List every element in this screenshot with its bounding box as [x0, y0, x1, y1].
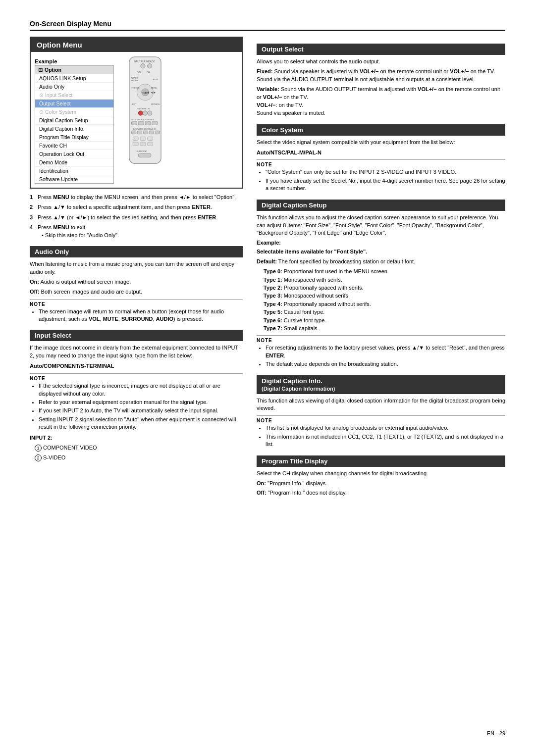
svg-text:POWER: POWER — [131, 77, 138, 79]
page-number: EN - 29 — [487, 730, 505, 736]
remote-control-image: INPUT FLASHBACK VOL CH POWER SAVING MUTE — [118, 56, 177, 184]
menu-item-output-select: Output Select — [35, 99, 113, 107]
input-note-3: If you set INPUT 2 to Auto, the TV will … — [39, 407, 243, 414]
svg-rect-0 — [129, 57, 161, 163]
svg-rect-27 — [132, 131, 136, 134]
example-label: Example — [35, 58, 114, 64]
menu-item-digital-caption-setup: Digital Caption Setup — [35, 116, 113, 124]
menu-item-favorite-ch: Favorite CH — [35, 141, 113, 150]
caption-note-1: For resetting adjustments to the factory… — [266, 344, 505, 359]
input-select-sub: Auto/COMPONENT/S-TERMINAL — [30, 362, 243, 370]
menu-item-software-update: Software Update — [35, 175, 113, 183]
input-select-body: If the image does not come in clearly fr… — [30, 344, 243, 360]
svg-rect-39 — [138, 153, 151, 157]
menu-item-operation-lock: Operation Lock Out — [35, 150, 113, 158]
svg-text:FAVORITE CH: FAVORITE CH — [137, 108, 149, 110]
svg-text:VOL: VOL — [137, 71, 142, 74]
svg-text:MENU: MENU — [151, 87, 157, 89]
steps-list: 1 Press MENU to display the MENU screen,… — [30, 194, 243, 239]
step-1: 1 Press MENU to display the MENU screen,… — [30, 194, 243, 201]
menu-item-audio-only: Audio Only — [35, 82, 113, 91]
svg-text:SLEEP AUDIO A/NOISE A/C CC: SLEEP AUDIO A/NOISE A/C CC — [133, 128, 156, 130]
type-0: Type 0: Proportional font used in the ME… — [264, 268, 505, 275]
option-menu-title: Option Menu — [31, 38, 242, 52]
step-3: 3 Press ▲/▼ (or ◄/►) to select the desir… — [30, 214, 243, 221]
svg-rect-35 — [133, 142, 138, 146]
type-6: Type 6: Cursive font type. — [264, 317, 505, 324]
svg-text:ENTER: ENTER — [143, 92, 149, 94]
color-system-note: NOTE "Color System" can only be set for … — [257, 159, 505, 192]
svg-text:CH: CH — [147, 71, 150, 74]
input2-label: INPUT 2: — [30, 434, 243, 442]
svg-rect-32 — [133, 137, 138, 140]
program-title-body: Select the CH display when changing chan… — [257, 470, 505, 478]
program-title-header: Program Title Display — [257, 455, 505, 467]
digital-caption-info-note: NOTE This list is not displayed for anal… — [257, 415, 505, 448]
audio-only-note-1: The screen image will return to normal w… — [39, 308, 243, 323]
step-4: 4 Press MENU to exit. • Skip this step f… — [30, 224, 243, 239]
menu-item-aquos: AQUOS LINK Setup — [35, 74, 113, 82]
svg-point-2 — [141, 64, 145, 68]
program-title-on: On: "Program Info." displays. — [257, 480, 505, 488]
svg-text:INPUT FLASHBACK: INPUT FLASHBACK — [134, 60, 155, 63]
output-select-header: Output Select — [257, 44, 505, 55]
menu-item-color-system: ⊙ Color System — [35, 107, 113, 116]
svg-text:SURROUND: SURROUND — [137, 151, 147, 152]
svg-rect-28 — [137, 131, 142, 134]
menu-item-demo-mode: Demo Mode — [35, 158, 113, 166]
svg-point-3 — [148, 64, 152, 68]
menu-item-input-select: ⊙ Input Select — [35, 91, 113, 99]
svg-text:EXIT: EXIT — [132, 103, 137, 105]
type-4: Type 4: Proportionally spaced without se… — [264, 301, 505, 308]
digital-caption-note: NOTE For resetting adjustments to the fa… — [257, 335, 505, 368]
type-3: Type 3: Monospaced without serifs. — [264, 292, 505, 300]
type-1: Type 1: Monospaced with serifs. — [264, 276, 505, 284]
svg-rect-23 — [138, 121, 144, 125]
caption-info-note-2: This information is not included in CC1,… — [266, 433, 505, 449]
menu-list-title: ⊡ Option — [35, 66, 113, 74]
audio-only-header: Audio Only — [30, 246, 243, 257]
caption-default: Default: The font specified by broadcast… — [257, 258, 505, 266]
svg-rect-34 — [148, 137, 153, 140]
audio-only-note: NOTE The screen image will return to nor… — [30, 299, 243, 323]
svg-rect-36 — [140, 142, 146, 146]
caption-info-note-1: This list is not displayed for analog br… — [266, 424, 505, 432]
color-system-sub: Auto/NTSC/PAL-M/PAL-N — [257, 149, 505, 157]
input-select-header: Input Select — [30, 330, 243, 341]
color-note-1: "Color System" can only be set for the I… — [266, 168, 505, 176]
color-system-header: Color System — [257, 124, 505, 136]
svg-text:SAVING: SAVING — [131, 80, 138, 82]
input-note-2: Refer to your external equipment operati… — [39, 399, 243, 406]
audio-only-body: When listening to music from a music pro… — [30, 260, 243, 276]
menu-item-program-title: Program Title Display — [35, 133, 113, 141]
selectable-label: Selectable items available for "Font Sty… — [257, 248, 505, 256]
svg-text:RETURN: RETURN — [151, 103, 160, 105]
program-title-off: Off: "Program Info." does not display. — [257, 489, 505, 497]
digital-caption-setup-header: Digital Caption Setup — [257, 200, 505, 211]
svg-point-18 — [138, 111, 143, 115]
output-variable: Variable: Sound via the AUDIO OUTPUT ter… — [257, 86, 505, 117]
svg-rect-29 — [143, 131, 148, 134]
svg-text:MUTE: MUTE — [153, 79, 159, 81]
color-note-2: If you have already set the Secret No., … — [266, 177, 505, 193]
svg-rect-30 — [149, 131, 154, 134]
digital-caption-info-body: This function allows viewing of digital … — [257, 397, 505, 413]
svg-rect-31 — [155, 131, 160, 134]
step-2: 2 Press ▲/▼ to select a specific adjustm… — [30, 203, 243, 211]
svg-point-20 — [148, 111, 152, 115]
audio-only-off: Off: Both screen images and audio are ou… — [30, 288, 243, 296]
svg-rect-24 — [145, 121, 151, 125]
input-note-1: If the selected signal type is incorrect… — [39, 382, 243, 398]
digital-caption-setup-body: This function allows you to adjust the c… — [257, 214, 505, 238]
digital-caption-info-header: Digital Caption Info.(Digital Caption In… — [257, 375, 505, 394]
caption-note-2: The default value depends on the broadca… — [266, 360, 505, 368]
svg-rect-33 — [140, 137, 146, 140]
type-5: Type 5: Casual font type. — [264, 308, 505, 316]
output-fixed: Fixed: Sound via speaker is adjusted wit… — [257, 68, 505, 84]
color-system-body: Select the video signal system compatibl… — [257, 139, 505, 147]
type-2: Type 2: Proportionally spaced with serif… — [264, 284, 505, 292]
svg-rect-25 — [152, 121, 158, 125]
menu-item-identification: Identification — [35, 166, 113, 175]
svg-point-19 — [143, 111, 147, 115]
menu-icon: ⊡ — [38, 67, 43, 73]
